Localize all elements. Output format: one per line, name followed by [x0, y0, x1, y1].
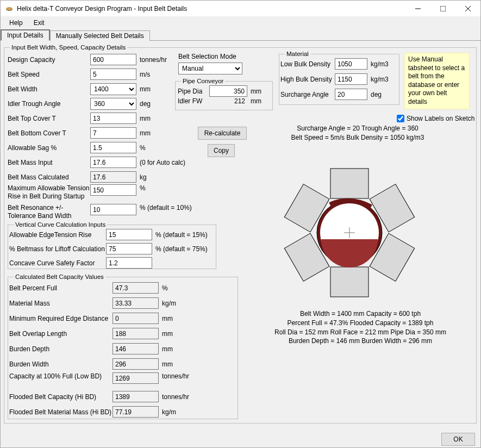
belt-selection-label: Belt Selection Mode	[178, 53, 265, 60]
allowable-sag-input[interactable]	[90, 142, 136, 153]
pipe-sketch	[282, 165, 417, 301]
window-title: Helix delta-T Conveyor Design Program - …	[17, 5, 405, 13]
svg-rect-6	[330, 169, 368, 198]
allowable-sag-label: Allowable Sag %	[8, 144, 90, 152]
min-edge-dist-unit: mm	[162, 315, 173, 322]
material-mass-label: Material Mass	[9, 300, 113, 307]
design-capacity-input[interactable]	[90, 54, 136, 65]
recalculate-button[interactable]: Re-calculate	[198, 127, 247, 140]
belt-percent-full-field	[113, 282, 159, 294]
surcharge-label: Surcharge Angle	[280, 91, 335, 98]
minimize-button[interactable]	[405, 1, 430, 17]
copy-button[interactable]: Copy	[208, 144, 235, 157]
group-pipe-legend: Pipe Conveyor	[181, 78, 225, 84]
main-window: Helix delta-T Conveyor Design Program - …	[0, 0, 481, 448]
sketch-bottom-line3: Roll Dia = 152 mm Roll Face = 212 mm Pip…	[254, 328, 466, 337]
burden-depth-field	[113, 343, 159, 354]
sketch-bottom-line1: Belt Width = 1400 mm Capacity = 600 tph	[254, 309, 466, 319]
pipe-dia-label: Pipe Dia	[178, 88, 209, 95]
group-vertical-curve: Vertical Curve Calculation Inputs Allowa…	[8, 221, 216, 269]
menu-exit[interactable]: Exit	[28, 18, 50, 28]
titlebar: Helix delta-T Conveyor Design Program - …	[1, 1, 480, 17]
max-tension-input[interactable]	[90, 184, 136, 196]
content-area: Input Belt Width, Speed, Capacity Detail…	[1, 41, 480, 432]
burden-depth-unit: mm	[162, 345, 173, 353]
group-calculated: Calculated Belt Capacity Values Belt Per…	[8, 273, 238, 419]
burden-width-field	[113, 358, 159, 370]
design-capacity-label: Design Capacity	[8, 56, 90, 64]
overlap-length-field	[113, 328, 159, 339]
low-bd-input[interactable]	[335, 58, 367, 70]
idler-trough-label: Idler Trough Angle	[8, 100, 90, 108]
sketch-bottom-line4: Burden Depth = 146 mm Burden Width = 296…	[254, 337, 466, 346]
menubar: Help Exit	[1, 17, 480, 29]
material-mass-unit: kg/m	[162, 300, 176, 307]
group-vertical-legend: Vertical Curve Calculation Inputs	[14, 221, 107, 228]
idler-fw-value: 212	[209, 97, 247, 105]
window-controls	[405, 1, 480, 17]
sketch-bottom-text: Belt Width = 1400 mm Capacity = 600 tph …	[254, 309, 466, 346]
flooded-mass-label: Flooded Belt Material Mass (Hi BD)	[9, 408, 113, 416]
maximize-button[interactable]	[430, 1, 455, 17]
belt-top-cover-label: Belt Top Cover T	[8, 115, 90, 122]
belt-selection-select[interactable]: Manual	[178, 63, 242, 74]
burden-width-unit: mm	[162, 360, 173, 368]
edge-tension-input[interactable]	[106, 229, 152, 240]
beltmass-liftoff-unit: % (default = 75%)	[155, 245, 208, 253]
pipe-dia-unit: mm	[251, 88, 261, 95]
svg-point-1	[6, 7, 13, 10]
show-labels-checkbox[interactable]	[397, 115, 404, 122]
svg-rect-9	[330, 267, 368, 297]
belt-bottom-cover-label: Belt Bottom Cover T	[8, 129, 90, 137]
belt-mass-input-input[interactable]	[90, 157, 136, 168]
idler-trough-select[interactable]: 360	[90, 98, 136, 110]
high-bd-input[interactable]	[335, 73, 367, 85]
tab-input-details[interactable]: Input Details	[1, 29, 50, 41]
overlap-length-label: Belt Overlap Length	[9, 330, 113, 338]
belt-width-select[interactable]: 1400	[90, 83, 136, 95]
belt-speed-label: Belt Speed	[8, 71, 90, 78]
group-calculated-legend: Calculated Belt Capacity Values	[14, 273, 105, 280]
max-tension-label: Maximum Allowable Tension Rise in Belt D…	[8, 184, 90, 201]
belt-resonance-label: Belt Resonance +/- Tolerance Band Width	[8, 204, 90, 220]
edge-tension-label: Allowable EdgeTension Rise	[9, 231, 106, 239]
material-mass-field	[113, 297, 159, 309]
manual-note: Use Manual tabsheet to select a belt fro…	[404, 53, 470, 109]
idler-fw-unit: mm	[251, 97, 261, 105]
concave-safety-input[interactable]	[106, 257, 152, 269]
overlap-length-unit: mm	[162, 330, 173, 338]
belt-percent-full-label: Belt Percent Full	[9, 284, 113, 292]
tab-manual-belt[interactable]: Manually Selected Belt Details	[50, 30, 150, 41]
capacity-100-label: Capacity at 100% Full (Low BD)	[9, 372, 113, 381]
belt-top-cover-input[interactable]	[90, 113, 136, 124]
belt-mass-input-unit: (0 for Auto calc)	[140, 159, 185, 166]
group-input-belt-legend: Input Belt Width, Speed, Capacity Detail…	[10, 44, 127, 51]
surcharge-input[interactable]	[335, 89, 367, 100]
close-button[interactable]	[455, 1, 480, 17]
pipe-dia-input[interactable]	[209, 85, 247, 97]
sketch-top-text: Surcharge Angle = 20 Trough Angle = 360 …	[260, 124, 455, 142]
show-labels-check-row: Show Labels on Sketch	[397, 115, 474, 122]
belt-mass-calc-label: Belt Mass Calculated	[8, 173, 90, 181]
ok-button[interactable]: OK	[441, 433, 475, 446]
group-input-belt: Input Belt Width, Speed, Capacity Detail…	[4, 44, 477, 424]
belt-speed-input[interactable]	[90, 69, 136, 80]
min-edge-dist-field	[113, 313, 159, 324]
beltmass-liftoff-input[interactable]	[106, 243, 152, 254]
belt-resonance-input[interactable]	[90, 204, 136, 215]
min-edge-dist-label: Minimum Required Edge Distance	[9, 315, 113, 322]
allowable-sag-unit: %	[140, 144, 146, 152]
burden-width-label: Burden Width	[9, 360, 113, 368]
capacity-100-unit: tonnes/hr	[162, 372, 189, 380]
idler-trough-unit: deg	[140, 100, 151, 108]
max-tension-unit: %	[140, 184, 146, 192]
flooded-mass-unit: kg/m	[162, 408, 176, 416]
flooded-mass-field	[113, 406, 159, 418]
menu-help[interactable]: Help	[4, 18, 28, 28]
low-bd-label: Low Bulk Density	[280, 60, 335, 68]
belt-bottom-cover-input[interactable]	[90, 127, 136, 139]
svg-rect-3	[440, 6, 446, 11]
belt-percent-full-unit: %	[162, 284, 168, 292]
belt-mass-calc-unit: kg	[140, 173, 147, 181]
group-pipe-conveyor: Pipe Conveyor Pipe Dia mm Idler FW 212 m…	[175, 78, 273, 110]
